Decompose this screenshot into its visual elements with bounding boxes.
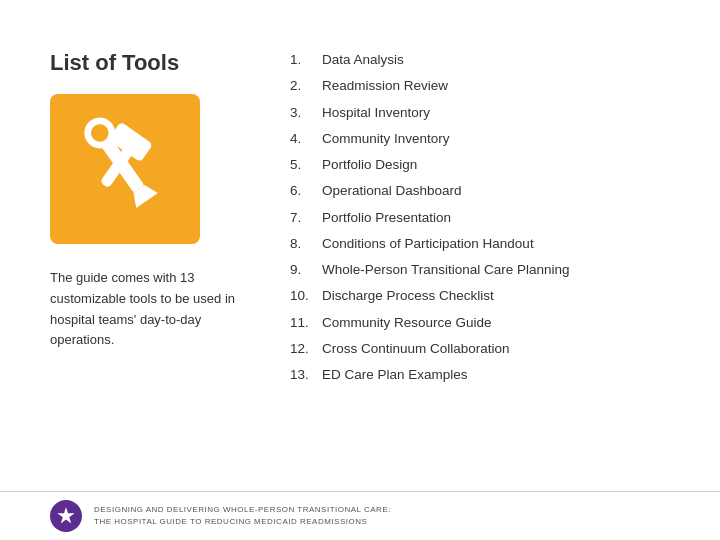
aspire-logo <box>50 500 82 532</box>
list-item-label: Community Resource Guide <box>322 313 492 333</box>
list-item: 2.Readmission Review <box>290 76 670 96</box>
tools-list: 1.Data Analysis2.Readmission Review3.Hos… <box>290 50 670 391</box>
tools-svg <box>70 114 180 224</box>
footer-line2: THE HOSPITAL GUIDE TO REDUCING MEDICAID … <box>94 516 391 528</box>
tools-icon-image <box>50 94 200 244</box>
list-item: 9.Whole-Person Transitional Care Plannin… <box>290 260 670 280</box>
list-item-label: Portfolio Design <box>322 155 417 175</box>
list-item-number: 6. <box>290 181 322 201</box>
list-item-label: Hospital Inventory <box>322 103 430 123</box>
aspire-logo-star <box>57 507 75 525</box>
page-title: List of Tools <box>50 50 250 76</box>
list-item-number: 2. <box>290 76 322 96</box>
list-item: 3.Hospital Inventory <box>290 103 670 123</box>
list-item-number: 9. <box>290 260 322 280</box>
list-item-label: Operational Dashboard <box>322 181 462 201</box>
list-item: 7.Portfolio Presentation <box>290 208 670 228</box>
list-item-number: 4. <box>290 129 322 149</box>
list-item: 11.Community Resource Guide <box>290 313 670 333</box>
list-item: 5.Portfolio Design <box>290 155 670 175</box>
list-item-number: 8. <box>290 234 322 254</box>
description-text: The guide comes with 13 customizable too… <box>50 268 250 351</box>
list-item-number: 11. <box>290 313 322 333</box>
list-item-label: Readmission Review <box>322 76 448 96</box>
left-panel: List of Tools The guide comes wi <box>50 50 250 391</box>
list-item: 6.Operational Dashboard <box>290 181 670 201</box>
list-item-number: 3. <box>290 103 322 123</box>
list-item-label: ED Care Plan Examples <box>322 365 468 385</box>
list-item-label: Data Analysis <box>322 50 404 70</box>
list-item-label: Community Inventory <box>322 129 450 149</box>
list-item: 13.ED Care Plan Examples <box>290 365 670 385</box>
list-item-number: 5. <box>290 155 322 175</box>
right-panel: 1.Data Analysis2.Readmission Review3.Hos… <box>290 50 670 391</box>
main-content: List of Tools The guide comes wi <box>0 0 720 421</box>
list-item-number: 13. <box>290 365 322 385</box>
list-item: 4.Community Inventory <box>290 129 670 149</box>
footer-text-block: DESIGNING AND DELIVERING WHOLE-PERSON TR… <box>94 504 391 528</box>
list-item-label: Cross Continuum Collaboration <box>322 339 510 359</box>
list-item-number: 1. <box>290 50 322 70</box>
list-item: 1.Data Analysis <box>290 50 670 70</box>
list-item-label: Discharge Process Checklist <box>322 286 494 306</box>
list-item: 10.Discharge Process Checklist <box>290 286 670 306</box>
list-item-label: Conditions of Participation Handout <box>322 234 534 254</box>
list-item: 12.Cross Continuum Collaboration <box>290 339 670 359</box>
list-item-number: 10. <box>290 286 322 306</box>
list-item-label: Portfolio Presentation <box>322 208 451 228</box>
footer: DESIGNING AND DELIVERING WHOLE-PERSON TR… <box>0 491 720 540</box>
list-item-number: 12. <box>290 339 322 359</box>
list-item-number: 7. <box>290 208 322 228</box>
footer-line1: DESIGNING AND DELIVERING WHOLE-PERSON TR… <box>94 504 391 516</box>
list-item: 8.Conditions of Participation Handout <box>290 234 670 254</box>
list-item-label: Whole-Person Transitional Care Planning <box>322 260 570 280</box>
